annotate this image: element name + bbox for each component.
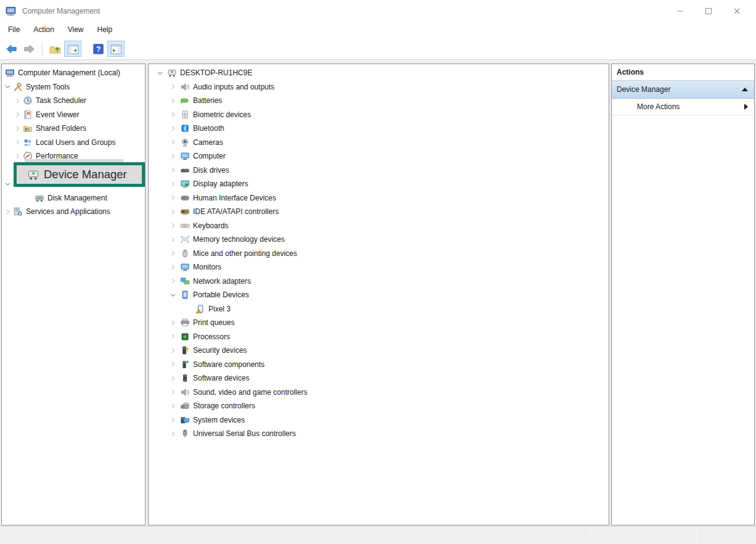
chevron-right-icon[interactable] <box>13 125 22 133</box>
services-applications-icon <box>13 207 23 216</box>
chevron-right-icon[interactable] <box>168 332 178 340</box>
actions-group-device-manager[interactable]: Device Manager <box>612 81 754 99</box>
show-hide-action-pane-button[interactable] <box>107 41 125 57</box>
chevron-right-icon[interactable] <box>168 152 178 160</box>
chevron-right-icon[interactable] <box>168 374 178 382</box>
tree-item-task-scheduler[interactable]: Task Scheduler <box>2 94 145 108</box>
tree-item-local-users-and-groups[interactable]: Local Users and Groups <box>2 136 145 150</box>
tree-item-print-queues[interactable]: Print queues <box>149 316 609 330</box>
tree-item-audio-inputs-and-outputs[interactable]: Audio inputs and outputs <box>149 80 609 94</box>
menu-help[interactable]: Help <box>91 22 120 38</box>
shared-folders-icon <box>23 123 33 133</box>
tree-item-storage-controllers[interactable]: Storage controllers <box>149 399 609 413</box>
maximize-button[interactable] <box>694 0 723 22</box>
chevron-right-icon[interactable] <box>168 249 178 257</box>
chevron-right-icon[interactable] <box>168 97 178 105</box>
tree-item-biometric-devices[interactable]: Biometric devices <box>149 108 609 122</box>
chevron-right-icon[interactable] <box>168 430 178 438</box>
tree-item-batteries[interactable]: Batteries <box>149 94 609 108</box>
tree-item-cameras[interactable]: Cameras <box>149 136 609 150</box>
tree-item-monitors[interactable]: Monitors <box>149 260 609 274</box>
tree-item-label: Keyboards <box>193 221 228 230</box>
tree-item-software-components[interactable]: Software components <box>149 358 609 372</box>
chevron-right-icon[interactable] <box>168 319 178 327</box>
computer-management-app-icon <box>6 6 17 17</box>
chevron-right-icon[interactable] <box>13 138 22 146</box>
chevron-right-icon[interactable] <box>168 236 178 244</box>
chevron-right-icon[interactable] <box>168 360 178 368</box>
tree-item-display-adapters[interactable]: Display adapters <box>149 177 609 191</box>
tree-item-disk-management[interactable]: Disk Management <box>2 191 145 205</box>
tree-item-system-devices[interactable]: System devices <box>149 413 609 427</box>
chevron-right-icon <box>169 249 177 257</box>
tree-item-computer[interactable]: Computer <box>149 149 609 163</box>
tree-item-processors[interactable]: Processors <box>149 330 609 344</box>
tree-item-shared-folders[interactable]: Shared Folders <box>2 122 145 136</box>
chevron-right-icon[interactable] <box>168 180 178 188</box>
more-actions-item[interactable]: More Actions <box>612 99 754 115</box>
tree-item-sound-video-and-game-controllers[interactable]: Sound, video and game controllers <box>149 385 609 400</box>
chevron-right-icon[interactable] <box>13 152 22 160</box>
monitor-icon <box>180 262 190 272</box>
tree-item-desktop-ru1hc9e[interactable]: DESKTOP-RU1HC9E <box>149 66 609 80</box>
forward-button[interactable] <box>20 41 38 57</box>
chevron-right-icon[interactable] <box>168 388 178 396</box>
tree-item-keyboards[interactable]: Keyboards <box>149 219 609 233</box>
help-button[interactable]: ? <box>89 41 107 57</box>
chevron-right-icon[interactable] <box>168 402 178 410</box>
back-button[interactable] <box>2 41 20 57</box>
tree-item-software-devices[interactable]: Software devices <box>149 371 609 385</box>
tree-item-portable-devices[interactable]: Portable Devices <box>149 288 609 302</box>
menu-action[interactable]: Action <box>27 22 60 38</box>
tree-item-memory-technology-devices[interactable]: Memory technology devices <box>149 233 609 247</box>
device-manager-highlight-annotation[interactable]: Device Manager <box>14 162 145 187</box>
tree-item-event-viewer[interactable]: Event Viewer <box>2 108 145 122</box>
chevron-right-icon[interactable] <box>168 263 178 271</box>
device-manager-icon <box>27 168 39 181</box>
tree-item-pixel-3[interactable]: Pixel 3 <box>149 302 609 316</box>
tree-item-computer-management-local[interactable]: Computer Management (Local) <box>2 66 145 80</box>
chevron-right-icon[interactable] <box>168 277 178 285</box>
menu-view[interactable]: View <box>61 22 91 38</box>
tree-item-services-and-applications[interactable]: Services and Applications <box>2 205 145 219</box>
tree-item-security-devices[interactable]: Security devices <box>149 344 609 358</box>
chevron-right-icon <box>169 152 177 160</box>
close-button[interactable] <box>723 0 751 22</box>
chevron-right-icon[interactable] <box>168 110 178 118</box>
up-one-level-button[interactable] <box>46 41 64 57</box>
tree-item-disk-drives[interactable]: Disk drives <box>149 163 609 178</box>
tree-item-ide-ata-atapi-controllers[interactable]: IDE ATA/ATAPI controllers <box>149 205 609 219</box>
chevron-right-icon[interactable] <box>168 208 178 216</box>
minimize-button[interactable] <box>666 0 694 22</box>
chevron-down-icon[interactable] <box>3 180 12 188</box>
tree-item-bluetooth[interactable]: Bluetooth <box>149 122 609 136</box>
fingerprint-icon <box>180 110 190 120</box>
chevron-right-icon[interactable] <box>168 83 178 91</box>
chevron-down-icon[interactable] <box>155 69 165 77</box>
chevron-down-icon[interactable] <box>168 291 178 299</box>
chevron-up-icon[interactable] <box>742 88 748 91</box>
show-hide-console-tree-button[interactable] <box>64 41 81 57</box>
chevron-right-icon[interactable] <box>168 416 178 424</box>
chevron-right-icon[interactable] <box>168 194 178 202</box>
menu-file[interactable]: File <box>1 22 27 38</box>
chevron-down-icon[interactable] <box>3 83 12 91</box>
chevron-right-icon[interactable] <box>13 97 22 105</box>
tree-item-system-tools[interactable]: System Tools <box>2 80 145 94</box>
help-icon: ? <box>92 43 104 55</box>
chevron-right-icon[interactable] <box>168 221 178 229</box>
tree-item-human-interface-devices[interactable]: Human Interface Devices <box>149 191 609 205</box>
chevron-right-icon[interactable] <box>168 125 178 133</box>
title-bar: Computer Management <box>0 0 756 22</box>
chevron-right-icon <box>169 332 177 340</box>
tree-item-universal-serial-bus-controllers[interactable]: Universal Serial Bus controllers <box>149 427 609 441</box>
chevron-right-icon[interactable] <box>168 347 178 355</box>
chevron-right-icon[interactable] <box>3 208 12 216</box>
chevron-right-icon[interactable] <box>13 110 22 118</box>
chevron-right-icon[interactable] <box>168 166 178 174</box>
sound-controller-icon <box>180 387 190 397</box>
tree-item-network-adapters[interactable]: Network adapters <box>149 274 609 289</box>
processor-icon <box>180 332 190 342</box>
chevron-right-icon[interactable] <box>168 138 178 146</box>
tree-item-mice-and-other-pointing-devices[interactable]: Mice and other pointing devices <box>149 247 609 261</box>
